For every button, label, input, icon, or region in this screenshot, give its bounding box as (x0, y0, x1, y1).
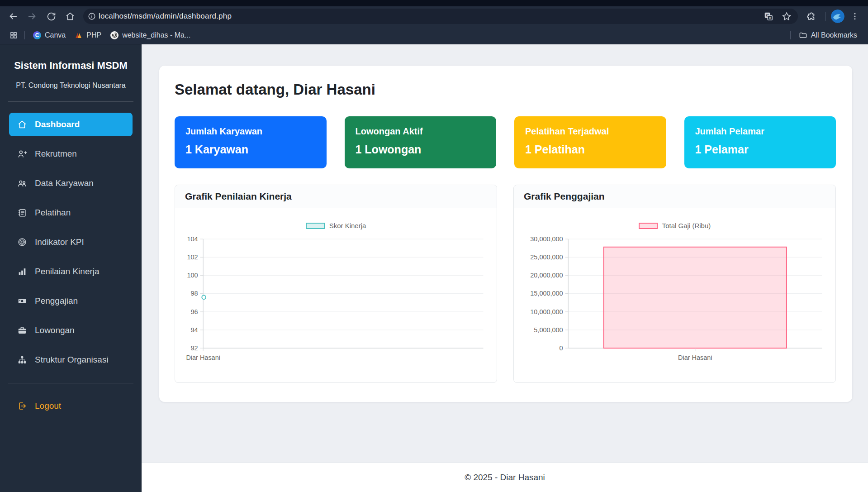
footer-text: © 2025 - Diar Hasani (465, 473, 545, 482)
toolbar-separator (825, 12, 825, 21)
svg-text:94: 94 (191, 326, 198, 334)
reload-icon (47, 12, 56, 21)
chart-legend[interactable]: Skor Kinerja (183, 222, 489, 229)
translate-icon: G x (764, 11, 773, 21)
people-icon (17, 178, 27, 188)
svg-text:98: 98 (191, 290, 198, 297)
window-titlebar (0, 0, 868, 6)
sidebar-item-label: Pelatihan (35, 208, 71, 218)
home-icon (17, 119, 27, 129)
sidebar-item-label: Penggajian (35, 296, 78, 306)
sidebar-item-pelatihan[interactable]: Pelatihan (9, 201, 133, 225)
stat-card-value: 1 Lowongan (356, 143, 486, 156)
sidebar-item-label: Rekrutmen (35, 149, 77, 159)
dashboard-card: Selamat datang, Diar Hasani Jumlah Karya… (159, 66, 852, 402)
stat-card-title: Lowongan Aktif (356, 126, 486, 137)
chart-title: Grafik Penilaian Kinerja (175, 185, 497, 208)
sidebar-item-penggajian[interactable]: Penggajian (9, 289, 133, 313)
star-icon (782, 11, 792, 21)
svg-text:20,000,000: 20,000,000 (530, 272, 563, 279)
bookmark-canva[interactable]: C Canva (28, 29, 70, 42)
chart-card-penggajian: Grafik Penggajian Total Gaji (Ribu) 05,0… (513, 185, 836, 383)
php-favicon (75, 31, 83, 39)
reload-button[interactable] (43, 9, 60, 24)
profile-avatar[interactable] (831, 10, 844, 23)
stat-card-jumlah-karyawan: Jumlah Karyawan 1 Karyawan (175, 116, 327, 168)
bookmarks-bar: C Canva PHP website_dihas - Ma... All Bo… (0, 26, 868, 44)
bookmark-php[interactable]: PHP (70, 29, 106, 42)
sidebar: Sistem Informasi MSDM PT. Condong Teknol… (0, 44, 142, 492)
all-bookmarks-button[interactable]: All Bookmarks (794, 29, 862, 42)
bookmarks-separator (790, 31, 791, 39)
folder-icon (799, 31, 807, 39)
bar-chart-icon (17, 267, 27, 277)
svg-text:104: 104 (187, 235, 198, 243)
svg-text:25,000,000: 25,000,000 (530, 253, 563, 261)
bookmarks-separator (24, 31, 25, 39)
briefcase-icon (17, 325, 27, 335)
sidebar-item-struktur-organisasi[interactable]: Struktur Organisasi (9, 348, 133, 372)
bookmark-website-dihas[interactable]: website_dihas - Ma... (106, 29, 195, 42)
svg-text:30,000,000: 30,000,000 (530, 235, 563, 243)
url-text[interactable]: localhost/msdm/admin/dashboard.php (99, 12, 760, 21)
target-icon (17, 237, 27, 247)
person-plus-icon (17, 149, 27, 159)
svg-text:100: 100 (187, 272, 198, 279)
svg-text:0: 0 (560, 344, 563, 352)
journal-icon (17, 208, 27, 218)
page-footer: © 2025 - Diar Hasani (142, 463, 868, 492)
sidebar-item-penilaian-kinerja[interactable]: Penilaian Kinerja (9, 260, 133, 283)
salary-bar-chart: 05,000,00010,000,00015,000,00020,000,000… (522, 233, 827, 369)
stat-card-jumlah-pelamar: Jumlah Pelamar 1 Pelamar (684, 116, 836, 168)
kebab-menu-icon (850, 12, 859, 21)
chart-title: Grafik Penggajian (514, 185, 835, 208)
sidebar-divider (8, 383, 133, 383)
svg-text:15,000,000: 15,000,000 (530, 290, 563, 297)
stat-card-value: 1 Karyawan (185, 143, 316, 156)
svg-text:10,000,000: 10,000,000 (530, 308, 563, 315)
bookmark-label: PHP (86, 31, 101, 39)
svg-text:92: 92 (191, 344, 198, 352)
cash-icon (17, 296, 27, 306)
forward-button[interactable] (24, 9, 41, 24)
legend-label: Skor Kinerja (329, 222, 366, 229)
bookmark-label: website_dihas - Ma... (122, 31, 190, 39)
performance-line-chart: 92949698100102104Diar Hasani (183, 233, 489, 369)
sidebar-item-label: Dashboard (35, 119, 80, 129)
sidebar-item-logout[interactable]: Logout (9, 394, 133, 418)
svg-text:102: 102 (187, 253, 198, 261)
site-info-icon[interactable] (85, 10, 99, 23)
chart-legend[interactable]: Total Gaji (Ribu) (522, 222, 827, 229)
canva-favicon: C (33, 31, 41, 39)
translate-button[interactable]: G x (760, 9, 777, 24)
sidebar-item-data-karyawan[interactable]: Data Karyawan (9, 172, 133, 195)
legend-swatch (639, 223, 658, 229)
apps-grid-button[interactable] (6, 29, 21, 42)
sidebar-item-lowongan[interactable]: Lowongan (9, 319, 133, 342)
bookmark-star-button[interactable] (778, 9, 795, 24)
svg-text:Diar Hasani: Diar Hasani (678, 354, 712, 361)
charts-row: Grafik Penilaian Kinerja Skor Kinerja 92… (175, 185, 836, 383)
svg-text:5,000,000: 5,000,000 (534, 326, 563, 334)
extensions-button[interactable] (802, 9, 820, 24)
browser-menu-button[interactable] (846, 9, 863, 24)
sidebar-item-label: Penilaian Kinerja (35, 267, 100, 277)
stat-card-lowongan-aktif: Lowongan Aktif 1 Lowongan (345, 116, 497, 168)
legend-swatch (306, 223, 325, 229)
stat-card-value: 1 Pelatihan (525, 143, 655, 156)
svg-text:Diar Hasani: Diar Hasani (186, 354, 220, 361)
back-button[interactable] (5, 9, 22, 24)
profile-avatar-image (831, 10, 844, 23)
sidebar-item-rekrutmen[interactable]: Rekrutmen (9, 142, 133, 166)
extensions-puzzle-icon (806, 11, 816, 21)
company-name: PT. Condong Teknologi Nusantara (9, 81, 133, 90)
chart-card-penilaian-kinerja: Grafik Penilaian Kinerja Skor Kinerja 92… (175, 185, 497, 383)
bookmark-label: Canva (45, 31, 66, 39)
app-title: Sistem Informasi MSDM (9, 60, 133, 72)
sidebar-item-indikator-kpi[interactable]: Indikator KPI (9, 230, 133, 254)
home-button[interactable] (62, 9, 79, 24)
logout-icon (17, 401, 27, 411)
address-bar[interactable]: localhost/msdm/admin/dashboard.php G x (83, 9, 798, 24)
sidebar-item-dashboard[interactable]: Dashboard (9, 113, 133, 136)
stat-card-pelatihan-terjadwal: Pelatihan Terjadwal 1 Pelatihan (514, 116, 666, 168)
